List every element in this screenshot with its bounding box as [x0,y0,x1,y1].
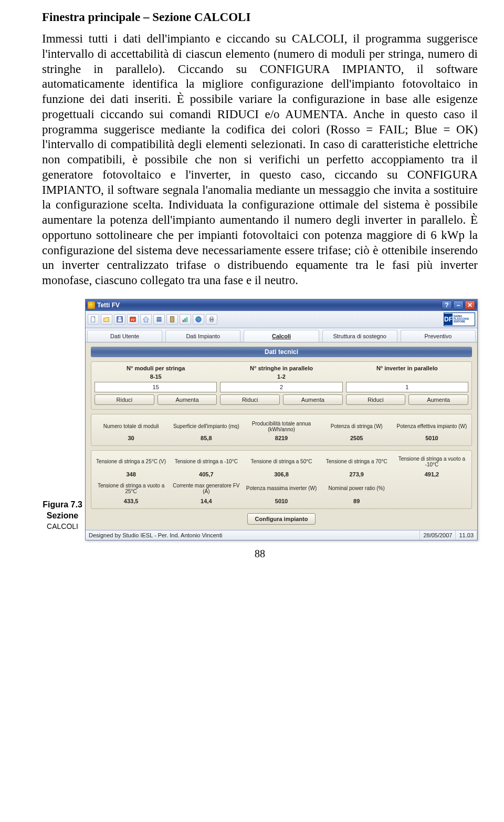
caption-line-2: Sezione [42,511,83,522]
out1-v1: 85,8 [170,435,243,441]
app-window: Tetti FV ? – ✕ FV [85,299,478,540]
status-time: 11.03 [456,530,477,540]
body-paragraph: Immessi tutti i dati dell'impianto e cic… [42,32,478,288]
out1-v2: 8219 [245,435,318,441]
pv-icon[interactable]: FV [127,314,139,325]
out2-v4: 491,2 [395,471,468,477]
out3-h3: Nominal power ratio (%) [320,481,393,496]
riduci-moduli-button[interactable]: Riduci [94,394,154,405]
tab-struttura[interactable]: Struttura di sostegno [322,330,397,342]
input-moduli-stringa[interactable]: 15 [94,382,217,392]
out2-v2: 306,8 [245,471,318,477]
label-moduli-stringa: N° moduli per stringa [127,365,185,371]
out1-h1: Superficie dell'impianto (mq) [170,420,243,433]
out2-h4: Tensione di stringa a vuoto a -10°C [395,454,468,470]
titlebar: Tetti FV ? – ✕ [86,299,477,311]
svg-rect-19 [210,320,213,322]
app-icon [88,301,95,309]
out2-v1: 405,7 [170,471,243,477]
out1-v0: 30 [94,435,167,441]
help-button[interactable]: ? [442,300,452,310]
out3-v1: 14,4 [170,498,243,504]
page-number: 88 [42,548,478,560]
out1-h2: Producibilità totale annua (kWh/anno) [245,420,318,433]
panel-icon[interactable] [153,314,165,325]
panel-banner: Dati tecnici [91,347,472,357]
svg-marker-6 [143,317,149,322]
toolbar: FV DF DARIO FLACCOVIO EDITORE [86,311,477,328]
open-file-icon[interactable] [101,314,112,325]
out2-h2: Tensione di stringa a 50°C [245,454,318,470]
svg-rect-7 [157,317,162,321]
input-inverter-parallelo[interactable]: 1 [346,382,468,392]
svg-rect-15 [186,317,188,322]
riduci-stringhe-button[interactable]: Riduci [220,394,280,405]
svg-text:FV: FV [131,318,135,321]
out1-h4: Potenza effettiva impianto (W) [395,420,468,433]
page-heading: Finestra principale – Sezione CALCOLI [42,11,478,24]
svg-rect-3 [118,317,121,319]
configura-impianto-button[interactable]: Configura impianto [247,513,316,525]
figure-caption: Figura 7.3 Sezione CALCOLI [42,500,83,540]
globe-icon[interactable] [193,314,204,325]
section-tabs: Dati Utente Dati Impianto Calcoli Strutt… [86,328,477,342]
out3-h2: Potenza massima inverter (W) [245,481,318,496]
range-moduli-stringa: 8-15 [150,373,162,380]
house-icon[interactable] [140,314,152,325]
close-button[interactable]: ✕ [465,300,475,310]
out2-h1: Tensione di stringa a -10°C [170,454,243,470]
new-file-icon[interactable] [88,314,99,325]
tab-calcoli[interactable]: Calcoli [244,330,319,342]
range-stringhe-parallelo: 1-2 [277,373,286,380]
tab-dati-utente[interactable]: Dati Utente [87,330,162,342]
range-inverter-parallelo [406,373,408,380]
aumenta-moduli-button[interactable]: Aumenta [158,394,217,405]
svg-rect-14 [184,318,186,322]
save-icon[interactable] [114,314,125,325]
chart-icon[interactable] [180,314,191,325]
minimize-button[interactable]: – [453,300,464,310]
out1-v4: 5010 [395,435,468,441]
out3-h0: Tensione di stringa a vuoto a 25°C [94,481,167,496]
svg-rect-18 [210,317,213,319]
out2-v0: 348 [94,471,167,477]
status-date: 28/05/2007 [420,530,456,540]
out1-v3: 2505 [320,435,393,441]
print-icon[interactable] [206,314,217,325]
riduci-inverter-button[interactable]: Riduci [346,394,406,405]
out3-v3: 89 [320,498,393,504]
out1-h0: Numero totale di moduli [94,420,167,433]
status-designer: Designed by Studio IESL - Per. Ind. Anto… [86,530,420,540]
caption-line-3: CALCOLI [42,522,83,531]
label-inverter-parallelo: N° inverter in parallelo [376,365,438,371]
out1-h3: Potenza di stringa (W) [320,420,393,433]
tab-preventivo[interactable]: Preventivo [401,330,476,342]
out3-v2: 5010 [245,498,318,504]
svg-rect-2 [118,319,122,321]
out2-v3: 273,9 [320,471,393,477]
tab-dati-impianto[interactable]: Dati Impianto [165,330,240,342]
input-stringhe-parallelo[interactable]: 2 [220,382,342,392]
aumenta-inverter-button[interactable]: Aumenta [408,394,468,405]
out3-v0: 433,5 [94,498,167,504]
out3-h1: Corrente max generatore FV (A) [170,481,243,496]
publisher-logo: DF DARIO FLACCOVIO EDITORE [444,313,475,326]
caption-line-1: Figura 7.3 [42,500,83,511]
svg-rect-13 [183,320,184,322]
app-title: Tetti FV [97,301,120,309]
inverter-icon[interactable] [166,314,178,325]
aumenta-stringhe-button[interactable]: Aumenta [283,394,343,405]
statusbar: Designed by Studio IESL - Per. Ind. Anto… [86,530,477,540]
out2-h3: Tensione di stringa a 70°C [320,454,393,470]
out2-h0: Tensione di stringa a 25°C (V) [94,454,167,470]
svg-rect-12 [171,317,174,322]
label-stringhe-parallelo: N° stringhe in parallelo [250,365,313,371]
